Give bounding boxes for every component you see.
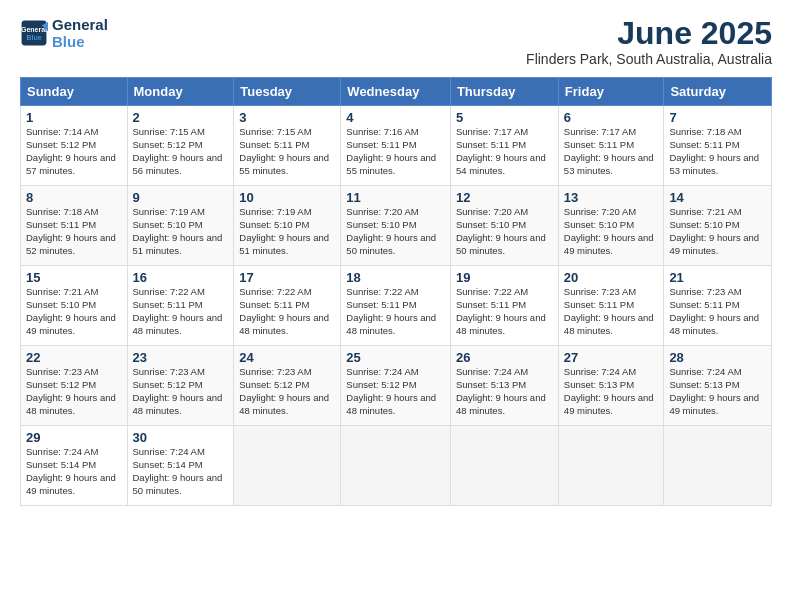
day-number: 27 [564,350,659,365]
day-detail: Sunrise: 7:19 AMSunset: 5:10 PMDaylight:… [133,206,223,255]
calendar-day-cell: 8 Sunrise: 7:18 AMSunset: 5:11 PMDayligh… [21,186,128,266]
calendar-day-cell: 11 Sunrise: 7:20 AMSunset: 5:10 PMDaylig… [341,186,451,266]
day-number: 28 [669,350,766,365]
calendar-day-cell [341,426,451,506]
day-detail: Sunrise: 7:24 AMSunset: 5:13 PMDaylight:… [669,366,759,415]
calendar-day-cell: 16 Sunrise: 7:22 AMSunset: 5:11 PMDaylig… [127,266,234,346]
calendar-day-cell: 24 Sunrise: 7:23 AMSunset: 5:12 PMDaylig… [234,346,341,426]
calendar-day-cell: 7 Sunrise: 7:18 AMSunset: 5:11 PMDayligh… [664,106,772,186]
calendar-day-cell: 20 Sunrise: 7:23 AMSunset: 5:11 PMDaylig… [558,266,664,346]
day-number: 11 [346,190,445,205]
day-number: 9 [133,190,229,205]
day-detail: Sunrise: 7:24 AMSunset: 5:13 PMDaylight:… [456,366,546,415]
day-detail: Sunrise: 7:19 AMSunset: 5:10 PMDaylight:… [239,206,329,255]
day-detail: Sunrise: 7:22 AMSunset: 5:11 PMDaylight:… [239,286,329,335]
calendar-day-cell: 30 Sunrise: 7:24 AMSunset: 5:14 PMDaylig… [127,426,234,506]
day-detail: Sunrise: 7:15 AMSunset: 5:11 PMDaylight:… [239,126,329,175]
calendar-week-row: 1 Sunrise: 7:14 AMSunset: 5:12 PMDayligh… [21,106,772,186]
calendar-day-cell: 4 Sunrise: 7:16 AMSunset: 5:11 PMDayligh… [341,106,451,186]
calendar-day-cell: 25 Sunrise: 7:24 AMSunset: 5:12 PMDaylig… [341,346,451,426]
day-detail: Sunrise: 7:22 AMSunset: 5:11 PMDaylight:… [346,286,436,335]
day-number: 5 [456,110,553,125]
day-detail: Sunrise: 7:15 AMSunset: 5:12 PMDaylight:… [133,126,223,175]
day-detail: Sunrise: 7:17 AMSunset: 5:11 PMDaylight:… [456,126,546,175]
day-detail: Sunrise: 7:20 AMSunset: 5:10 PMDaylight:… [456,206,546,255]
day-detail: Sunrise: 7:23 AMSunset: 5:12 PMDaylight:… [26,366,116,415]
day-number: 8 [26,190,122,205]
day-number: 7 [669,110,766,125]
weekday-header-row: SundayMondayTuesdayWednesdayThursdayFrid… [21,78,772,106]
day-detail: Sunrise: 7:17 AMSunset: 5:11 PMDaylight:… [564,126,654,175]
day-detail: Sunrise: 7:21 AMSunset: 5:10 PMDaylight:… [669,206,759,255]
calendar-day-cell: 23 Sunrise: 7:23 AMSunset: 5:12 PMDaylig… [127,346,234,426]
weekday-header-monday: Monday [127,78,234,106]
day-detail: Sunrise: 7:22 AMSunset: 5:11 PMDaylight:… [133,286,223,335]
day-detail: Sunrise: 7:24 AMSunset: 5:14 PMDaylight:… [133,446,223,495]
day-number: 19 [456,270,553,285]
calendar-day-cell: 6 Sunrise: 7:17 AMSunset: 5:11 PMDayligh… [558,106,664,186]
calendar-week-row: 22 Sunrise: 7:23 AMSunset: 5:12 PMDaylig… [21,346,772,426]
calendar-day-cell: 2 Sunrise: 7:15 AMSunset: 5:12 PMDayligh… [127,106,234,186]
day-number: 18 [346,270,445,285]
day-number: 17 [239,270,335,285]
day-number: 22 [26,350,122,365]
subtitle: Flinders Park, South Australia, Australi… [526,51,772,67]
calendar-day-cell: 29 Sunrise: 7:24 AMSunset: 5:14 PMDaylig… [21,426,128,506]
title-area: June 2025 Flinders Park, South Australia… [526,16,772,67]
day-number: 14 [669,190,766,205]
calendar-day-cell: 5 Sunrise: 7:17 AMSunset: 5:11 PMDayligh… [450,106,558,186]
day-number: 2 [133,110,229,125]
day-number: 15 [26,270,122,285]
calendar-day-cell: 22 Sunrise: 7:23 AMSunset: 5:12 PMDaylig… [21,346,128,426]
day-detail: Sunrise: 7:14 AMSunset: 5:12 PMDaylight:… [26,126,116,175]
calendar-day-cell: 18 Sunrise: 7:22 AMSunset: 5:11 PMDaylig… [341,266,451,346]
day-number: 23 [133,350,229,365]
day-number: 25 [346,350,445,365]
day-number: 1 [26,110,122,125]
calendar-day-cell: 9 Sunrise: 7:19 AMSunset: 5:10 PMDayligh… [127,186,234,266]
weekday-header-wednesday: Wednesday [341,78,451,106]
day-number: 20 [564,270,659,285]
calendar-day-cell: 15 Sunrise: 7:21 AMSunset: 5:10 PMDaylig… [21,266,128,346]
svg-text:General: General [21,26,47,33]
day-detail: Sunrise: 7:23 AMSunset: 5:12 PMDaylight:… [239,366,329,415]
day-number: 6 [564,110,659,125]
weekday-header-saturday: Saturday [664,78,772,106]
day-detail: Sunrise: 7:23 AMSunset: 5:12 PMDaylight:… [133,366,223,415]
day-detail: Sunrise: 7:21 AMSunset: 5:10 PMDaylight:… [26,286,116,335]
header: General Blue General Blue June 2025 Flin… [20,16,772,67]
day-detail: Sunrise: 7:22 AMSunset: 5:11 PMDaylight:… [456,286,546,335]
calendar-day-cell: 1 Sunrise: 7:14 AMSunset: 5:12 PMDayligh… [21,106,128,186]
day-number: 4 [346,110,445,125]
calendar-day-cell [664,426,772,506]
weekday-header-sunday: Sunday [21,78,128,106]
calendar-day-cell [450,426,558,506]
calendar-week-row: 15 Sunrise: 7:21 AMSunset: 5:10 PMDaylig… [21,266,772,346]
day-number: 16 [133,270,229,285]
day-number: 3 [239,110,335,125]
day-number: 26 [456,350,553,365]
calendar-day-cell: 27 Sunrise: 7:24 AMSunset: 5:13 PMDaylig… [558,346,664,426]
calendar-day-cell [558,426,664,506]
day-number: 10 [239,190,335,205]
day-detail: Sunrise: 7:16 AMSunset: 5:11 PMDaylight:… [346,126,436,175]
day-detail: Sunrise: 7:24 AMSunset: 5:12 PMDaylight:… [346,366,436,415]
logo-text: General Blue [52,16,108,51]
calendar-day-cell: 13 Sunrise: 7:20 AMSunset: 5:10 PMDaylig… [558,186,664,266]
calendar-day-cell: 3 Sunrise: 7:15 AMSunset: 5:11 PMDayligh… [234,106,341,186]
page: General Blue General Blue June 2025 Flin… [0,0,792,612]
day-detail: Sunrise: 7:20 AMSunset: 5:10 PMDaylight:… [564,206,654,255]
weekday-header-friday: Friday [558,78,664,106]
day-number: 29 [26,430,122,445]
calendar-day-cell: 14 Sunrise: 7:21 AMSunset: 5:10 PMDaylig… [664,186,772,266]
logo: General Blue General Blue [20,16,108,51]
calendar-week-row: 29 Sunrise: 7:24 AMSunset: 5:14 PMDaylig… [21,426,772,506]
calendar-week-row: 8 Sunrise: 7:18 AMSunset: 5:11 PMDayligh… [21,186,772,266]
day-detail: Sunrise: 7:18 AMSunset: 5:11 PMDaylight:… [669,126,759,175]
calendar-day-cell: 21 Sunrise: 7:23 AMSunset: 5:11 PMDaylig… [664,266,772,346]
calendar-table: SundayMondayTuesdayWednesdayThursdayFrid… [20,77,772,506]
month-title: June 2025 [526,16,772,51]
calendar-day-cell: 26 Sunrise: 7:24 AMSunset: 5:13 PMDaylig… [450,346,558,426]
calendar-day-cell: 10 Sunrise: 7:19 AMSunset: 5:10 PMDaylig… [234,186,341,266]
weekday-header-thursday: Thursday [450,78,558,106]
